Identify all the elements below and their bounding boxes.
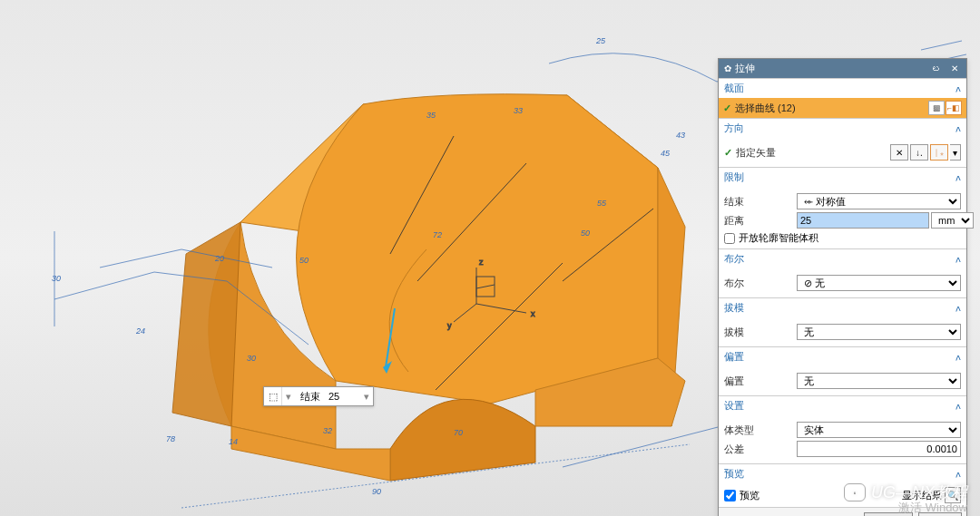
svg-text:24: 24: [135, 326, 145, 336]
panel-titlebar[interactable]: ✿ 拉伸 ಲ ✕: [719, 59, 966, 78]
sketch-icon[interactable]: ⌐◧: [946, 101, 962, 115]
section-header-offset[interactable]: 偏置 ʌ: [719, 346, 966, 366]
vector-picker-icon[interactable]: ↓.: [910, 144, 928, 161]
svg-text:32: 32: [323, 426, 332, 435]
collapse-icon[interactable]: ʌ: [956, 123, 961, 133]
offset-title: 偏置: [724, 350, 744, 364]
section-header-draft[interactable]: 拔模 ʌ: [719, 297, 966, 317]
boolean-title: 布尔: [724, 252, 744, 266]
check-icon: ✓: [723, 102, 731, 114]
svg-text:45: 45: [661, 149, 671, 158]
floating-end-label: 结束: [295, 390, 326, 404]
specify-vector-label: 指定矢量: [736, 146, 890, 160]
distance-label: 距离: [724, 214, 797, 228]
end-label: 结束: [724, 195, 797, 209]
svg-text:55: 55: [597, 199, 607, 208]
svg-text:33: 33: [514, 106, 523, 115]
draft-label: 拔模: [724, 326, 797, 339]
collapse-icon[interactable]: ʌ: [956, 401, 961, 411]
floating-end-value[interactable]: [326, 391, 360, 402]
reverse-direction-icon[interactable]: ✕: [890, 144, 908, 161]
svg-line-5: [921, 41, 962, 50]
tolerance-input[interactable]: [797, 441, 961, 457]
draft-title: 拔模: [724, 301, 744, 315]
body-type-select[interactable]: 实体: [797, 422, 961, 438]
svg-text:90: 90: [372, 487, 381, 496]
svg-text:43: 43: [676, 131, 685, 140]
gear-icon[interactable]: ✿: [724, 63, 731, 73]
collapse-icon[interactable]: ʌ: [956, 469, 961, 479]
open-profile-checkbox[interactable]: [724, 233, 735, 244]
svg-text:14: 14: [229, 437, 238, 446]
body-type-label: 体类型: [724, 424, 797, 437]
panel-title-text: 拉伸: [735, 62, 926, 75]
boolean-select[interactable]: ⊘ 无: [797, 275, 961, 291]
collapse-icon[interactable]: ʌ: [956, 172, 961, 182]
svg-text:70: 70: [454, 428, 463, 437]
draft-select[interactable]: 无: [797, 324, 961, 340]
activate-windows: 激活 Window: [898, 500, 967, 516]
svg-text:30: 30: [247, 354, 256, 363]
collapse-icon[interactable]: ʌ: [956, 352, 961, 362]
wechat-icon: ༝: [844, 483, 866, 501]
end-type-select[interactable]: ⬰ 对称值: [797, 193, 961, 209]
boolean-label: 布尔: [724, 277, 797, 290]
offset-select[interactable]: 无: [797, 373, 961, 389]
collapse-icon[interactable]: ʌ: [956, 254, 961, 264]
settings-title: 设置: [724, 399, 744, 413]
tolerance-label: 公差: [724, 443, 797, 456]
svg-text:78: 78: [166, 434, 175, 443]
section-header-boolean[interactable]: 布尔 ʌ: [719, 248, 966, 268]
extrude-panel: ✿ 拉伸 ಲ ✕ 截面 ʌ ✓ 选择曲线 (12) ▩ ⌐◧ 方向 ʌ ✓ 指定…: [718, 58, 967, 516]
offset-label: 偏置: [724, 375, 797, 388]
section-header-limit[interactable]: 限制 ʌ: [719, 167, 966, 187]
section-header-settings[interactable]: 设置 ʌ: [719, 395, 966, 415]
svg-text:y: y: [447, 321, 452, 330]
section-title: 截面: [724, 82, 744, 95]
select-curve-text: 选择曲线 (12): [735, 102, 928, 115]
floating-icon: ⬚: [264, 387, 282, 405]
check-icon: ✓: [724, 147, 732, 159]
limit-title: 限制: [724, 170, 744, 184]
direction-title: 方向: [724, 122, 744, 135]
floating-dropdown2[interactable]: ▾: [360, 391, 373, 403]
panel-close-icon[interactable]: ✕: [948, 63, 961, 73]
svg-text:20: 20: [214, 254, 224, 263]
panel-reset-icon[interactable]: ಲ: [930, 63, 945, 73]
floating-dimension-input[interactable]: ⬚ ▾ 结束 ▾: [263, 386, 374, 406]
preview-title: 预览: [724, 467, 744, 481]
solid-body: [172, 94, 685, 481]
unit-select[interactable]: mm: [931, 212, 974, 229]
svg-text:30: 30: [52, 274, 61, 283]
svg-text:35: 35: [426, 111, 436, 120]
svg-text:50: 50: [581, 229, 590, 238]
svg-text:z: z: [479, 258, 484, 267]
section-header-preview[interactable]: 预览 ʌ: [719, 463, 966, 483]
collapse-icon[interactable]: ʌ: [956, 303, 961, 313]
svg-text:x: x: [531, 309, 535, 318]
preview-checkbox[interactable]: [724, 490, 736, 501]
open-profile-label: 开放轮廓智能体积: [739, 231, 818, 245]
svg-text:50: 50: [299, 256, 309, 265]
section-header-section[interactable]: 截面 ʌ: [719, 78, 966, 98]
svg-text:72: 72: [433, 230, 442, 239]
vector-dropdown[interactable]: ▾: [950, 144, 961, 161]
distance-input[interactable]: [797, 212, 929, 229]
section-header-direction[interactable]: 方向 ʌ: [719, 118, 966, 138]
floating-dropdown1[interactable]: ▾: [282, 391, 295, 403]
select-curve-row[interactable]: ✓ 选择曲线 (12) ▩ ⌐◧: [719, 98, 966, 118]
select-mode-icon[interactable]: ▩: [928, 101, 945, 115]
svg-text:25: 25: [595, 36, 606, 45]
vector-constructor-icon[interactable]: ᛁ⁎: [930, 144, 948, 161]
collapse-icon[interactable]: ʌ: [956, 83, 961, 93]
